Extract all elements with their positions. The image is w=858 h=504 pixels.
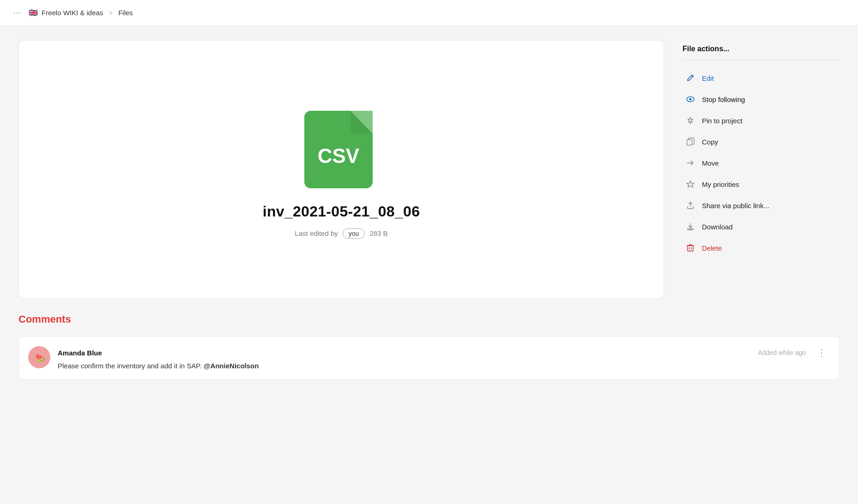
download-label: Download xyxy=(702,223,733,231)
share-icon xyxy=(685,200,695,210)
edit-label: Edit xyxy=(702,74,714,82)
svg-rect-8 xyxy=(688,246,693,251)
breadcrumb-parent-link[interactable]: Freelo WIKI & ideas xyxy=(42,9,103,17)
comment-text: Please confirm the inventory and add it … xyxy=(58,362,830,370)
svg-point-3 xyxy=(689,98,692,101)
menu-dots-icon[interactable]: ⋯ xyxy=(13,7,21,18)
comment-body: Amanda Blue Added while ago ⋮ Please con… xyxy=(58,346,830,370)
comment-header: Amanda Blue Added while ago ⋮ xyxy=(58,346,830,359)
stop-following-label: Stop following xyxy=(702,96,745,103)
pin-icon xyxy=(685,115,695,126)
download-action-item[interactable]: Download xyxy=(683,216,840,237)
priorities-label: My priorities xyxy=(702,180,739,188)
star-icon xyxy=(685,179,695,189)
comment-options-icon[interactable]: ⋮ xyxy=(813,346,830,359)
share-action-item[interactable]: Share via public link... xyxy=(683,195,840,216)
copy-action-item[interactable]: Copy xyxy=(683,131,840,152)
breadcrumb-bar: ⋯ 🇬🇧 Freelo WIKI & ideas > Files xyxy=(0,0,858,25)
avatar: 🍉 xyxy=(28,346,50,368)
csv-file-icon: CSV xyxy=(304,101,378,188)
svg-text:CSV: CSV xyxy=(318,144,360,167)
breadcrumb-current: Files xyxy=(118,9,133,17)
comment-timestamp: Added while ago xyxy=(758,349,806,356)
comment-mention: @AnnieNicolson xyxy=(204,362,259,370)
flag-icon: 🇬🇧 xyxy=(29,8,38,17)
trash-icon xyxy=(685,243,695,253)
pencil-icon xyxy=(685,73,695,83)
file-preview-card: CSV inv_2021-05-21_08_06 Last edited by … xyxy=(18,40,664,299)
eye-icon xyxy=(685,94,695,104)
comments-section-title: Comments xyxy=(18,313,840,325)
comments-section: Comments 🍉 Amanda Blue Added while ago ⋮… xyxy=(0,313,858,398)
pin-action-item[interactable]: Pin to project xyxy=(683,110,840,131)
breadcrumb-separator: > xyxy=(109,9,113,17)
edit-action-item[interactable]: Edit xyxy=(683,67,840,89)
comment-item: 🍉 Amanda Blue Added while ago ⋮ Please c… xyxy=(18,336,840,379)
file-edited-by-you-badge: you xyxy=(343,228,365,239)
file-name: inv_2021-05-21_08_06 xyxy=(263,203,420,220)
comment-text-before: Please confirm the inventory and add it … xyxy=(58,362,202,370)
delete-action-item[interactable]: Delete xyxy=(683,237,840,258)
file-size: 283 B xyxy=(369,229,387,237)
copy-icon xyxy=(685,137,695,147)
file-edited-label: Last edited by xyxy=(295,229,338,237)
stop-following-action-item[interactable]: Stop following xyxy=(683,89,840,110)
svg-marker-7 xyxy=(687,181,694,188)
file-meta: Last edited by you 283 B xyxy=(295,228,387,239)
file-actions-panel: File actions... Edit Stop following xyxy=(683,40,840,258)
comment-author: Amanda Blue xyxy=(58,349,102,357)
download-icon xyxy=(685,222,695,232)
file-actions-title: File actions... xyxy=(683,45,840,60)
pin-label: Pin to project xyxy=(702,117,743,125)
share-label: Share via public link... xyxy=(702,202,769,210)
main-layout: CSV inv_2021-05-21_08_06 Last edited by … xyxy=(0,25,858,313)
svg-rect-5 xyxy=(687,140,692,145)
delete-label: Delete xyxy=(702,244,722,252)
move-action-item[interactable]: Move xyxy=(683,152,840,174)
priorities-action-item[interactable]: My priorities xyxy=(683,174,840,195)
copy-label: Copy xyxy=(702,138,718,146)
arrow-right-icon xyxy=(685,158,695,168)
move-label: Move xyxy=(702,159,719,167)
